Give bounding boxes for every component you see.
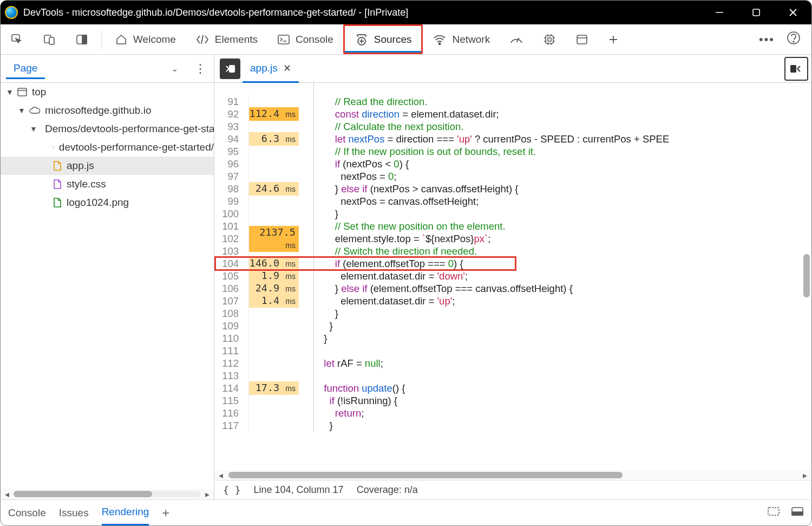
tree-folder[interactable]: ▼ Demos/devtools-performance-get-started… <box>1 120 214 138</box>
code-line[interactable]: 1071.4 ms element.dataset.dir = 'up'; <box>214 295 811 307</box>
code-line[interactable]: 92112.4 ms const direction = element.dat… <box>214 108 811 120</box>
drawer-add-tab-icon[interactable]: + <box>162 505 169 521</box>
code-text: nextPos = canvas.offsetHeight; <box>314 195 479 207</box>
window-title: DevTools - microsoftedge.github.io/Demos… <box>23 7 408 18</box>
editor-horizontal-scrollbar[interactable]: ◂ ▸ <box>214 470 811 480</box>
file-tab-appjs[interactable]: app.js ✕ <box>243 55 299 83</box>
tree-file-js[interactable]: app.js <box>1 157 214 175</box>
code-line[interactable]: 95 // If the new position is out of boun… <box>214 145 811 158</box>
line-timing: 2137.5 ms <box>249 226 299 252</box>
code-text: } <box>314 307 338 320</box>
code-line[interactable]: 112 let rAF = null; <box>214 357 811 369</box>
svg-rect-19 <box>548 38 551 41</box>
tree-file-html[interactable]: devtools-performance-get-started/ <box>1 138 214 157</box>
code-line[interactable]: 96 if (nextPos < 0) { <box>214 158 811 170</box>
drawer-tab-rendering[interactable]: Rendering <box>102 506 149 525</box>
tab-welcome[interactable]: Welcome <box>105 24 186 54</box>
tab-sources[interactable]: Sources <box>343 24 423 54</box>
code-editor[interactable]: 91 // Read the direction.92112.4 ms cons… <box>214 83 811 480</box>
code-line[interactable]: 110 } <box>214 332 811 345</box>
performance-icon[interactable] <box>500 24 533 54</box>
code-text: element.dataset.dir = 'up'; <box>314 295 455 307</box>
code-text: function update() { <box>314 382 405 394</box>
code-line[interactable]: 946.3 ms let nextPos = direction === 'up… <box>214 133 811 145</box>
code-line[interactable]: 117 } <box>214 419 811 432</box>
memory-icon[interactable] <box>533 24 566 54</box>
code-line[interactable]: 1051.9 ms element.dataset.dir = 'down'; <box>214 270 811 282</box>
line-number: 101 <box>214 220 249 232</box>
drawer-tab-console[interactable]: Console <box>8 507 46 519</box>
code-line[interactable]: 109 } <box>214 320 811 332</box>
code-text: // If the new position is out of bounds,… <box>314 145 536 158</box>
line-number: 105 <box>214 270 249 282</box>
line-number: 102 <box>214 232 249 245</box>
navigate-back-button[interactable] <box>220 59 240 79</box>
line-number: 97 <box>214 170 249 183</box>
code-line[interactable]: 97 nextPos = 0; <box>214 170 811 183</box>
code-line[interactable]: 116 return; <box>214 407 811 419</box>
code-text: if (!isRunning) { <box>314 394 397 407</box>
line-number: 107 <box>214 295 249 307</box>
line-number: 115 <box>214 394 249 407</box>
code-line[interactable]: 100 } <box>214 207 811 220</box>
sidebar-tab-page[interactable]: Page <box>6 59 45 79</box>
code-line[interactable]: 115 if (!isRunning) { <box>214 394 811 407</box>
line-number: 106 <box>214 282 249 295</box>
code-text: if (nextPos < 0) { <box>314 158 409 170</box>
line-timing: 146.0 ms <box>249 257 299 270</box>
code-line[interactable]: 108 } <box>214 307 811 320</box>
tree-top[interactable]: ▼ top <box>1 83 214 101</box>
drawer-expand-icon[interactable] <box>767 506 780 519</box>
code-line[interactable]: 91 // Read the direction. <box>214 95 811 108</box>
editor-vertical-scrollbar[interactable] <box>802 83 811 430</box>
window-minimize-button[interactable] <box>712 5 727 20</box>
code-line[interactable]: 111 <box>214 345 811 357</box>
line-number: 104 <box>214 257 249 270</box>
svg-rect-6 <box>49 37 54 44</box>
tab-console[interactable]: Console <box>267 24 343 54</box>
code-line[interactable]: 103 // Switch the direction if needed. <box>214 245 811 257</box>
svg-rect-1 <box>753 9 759 16</box>
code-line[interactable]: 11417.3 ms function update() { <box>214 382 811 394</box>
tab-network[interactable]: Network <box>423 24 500 54</box>
show-debugger-button[interactable] <box>784 57 808 81</box>
dock-side-icon[interactable] <box>66 24 98 54</box>
code-line[interactable] <box>214 83 811 95</box>
code-line[interactable]: 10624.9 ms } else if (element.offsetTop … <box>214 282 811 295</box>
window-maximize-button[interactable] <box>749 5 764 20</box>
code-line[interactable]: 113 <box>214 369 811 382</box>
tree-file-png[interactable]: logo1024.png <box>1 193 214 212</box>
help-icon[interactable] <box>787 31 801 48</box>
tree-file-css[interactable]: style.css <box>1 175 214 193</box>
application-icon[interactable] <box>566 24 598 54</box>
code-line[interactable]: 104146.0 ms if (element.offsetTop === 0)… <box>214 257 811 270</box>
window-close-button[interactable] <box>785 5 801 20</box>
close-tab-icon[interactable]: ✕ <box>283 62 291 74</box>
tab-sources-label: Sources <box>374 34 412 46</box>
drawer-tabs: Console Issues Rendering + <box>1 499 811 525</box>
drawer-dock-icon[interactable] <box>791 506 804 519</box>
pretty-print-icon[interactable]: { } <box>223 484 241 496</box>
edge-browser-icon <box>5 6 18 19</box>
tree-domain[interactable]: ▼ microsoftedge.github.io <box>1 101 214 120</box>
sidebar-horizontal-scrollbar[interactable]: ◂ ▸ <box>1 489 214 499</box>
code-line[interactable]: 99 nextPos = canvas.offsetHeight; <box>214 195 811 207</box>
code-line[interactable]: 101 // Set the new position on the eleme… <box>214 220 811 232</box>
more-tabs-icon[interactable] <box>598 24 628 54</box>
sidebar-overflow-icon[interactable]: ⋮ <box>194 62 206 76</box>
sidebar-tab-more-icon[interactable]: ⌄ <box>171 63 178 74</box>
code-line[interactable]: 1022137.5 ms element.style.top = `${next… <box>214 232 811 245</box>
drawer-tab-issues[interactable]: Issues <box>59 507 89 519</box>
device-emulation-icon[interactable] <box>33 24 66 54</box>
code-text: if (element.offsetTop === 0) { <box>314 257 463 270</box>
code-line[interactable]: 93 // Calculate the next position. <box>214 120 811 133</box>
line-number: 111 <box>214 345 249 357</box>
more-options-icon[interactable]: ••• <box>759 33 775 47</box>
line-number: 100 <box>214 207 249 220</box>
tab-network-label: Network <box>452 34 490 46</box>
code-line[interactable]: 9824.6 ms } else if (nextPos > canvas.of… <box>214 183 811 195</box>
line-number: 92 <box>214 108 249 120</box>
inspect-element-icon[interactable] <box>1 24 33 54</box>
line-number: 117 <box>214 419 249 432</box>
tab-elements[interactable]: Elements <box>186 24 267 54</box>
